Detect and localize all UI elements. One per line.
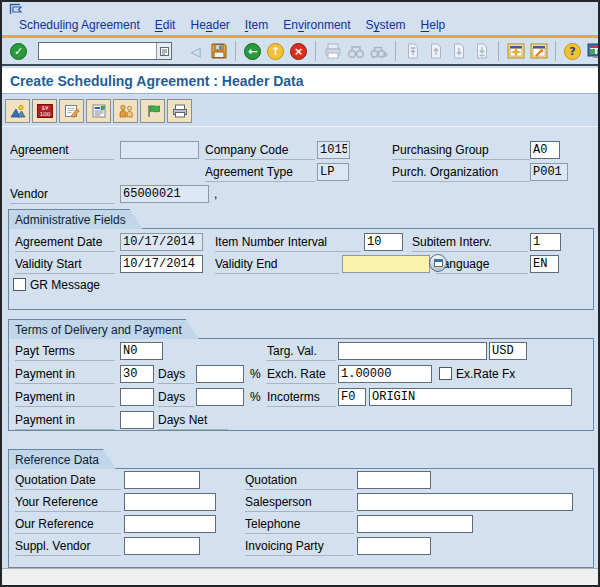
print-button[interactable]	[321, 40, 344, 62]
matchcode-button[interactable]	[429, 254, 447, 272]
help-button[interactable]: ?	[561, 40, 584, 62]
payt-terms-field[interactable]	[120, 342, 163, 360]
invoicing-party-field[interactable]	[357, 537, 431, 555]
find-next-button[interactable]	[367, 40, 390, 62]
customize-layout-button[interactable]	[584, 40, 600, 62]
memo-button[interactable]	[59, 99, 84, 123]
quotation-date-field[interactable]	[124, 471, 200, 489]
enter-button[interactable]: ✓	[7, 40, 30, 62]
purch-organization-field[interactable]	[530, 163, 568, 181]
previous-item-button[interactable]: ◁	[184, 40, 207, 62]
salesperson-field[interactable]	[357, 493, 573, 511]
invoicing-party-label: Invoicing Party	[245, 539, 354, 556]
payment-in-1-days-field[interactable]	[120, 365, 154, 383]
create-shortcut-button[interactable]	[527, 40, 550, 62]
our-reference-field[interactable]	[124, 515, 216, 533]
payment-in-3-days-field[interactable]	[120, 411, 154, 429]
days-2-label: Days	[158, 390, 194, 407]
flag-icon	[145, 104, 161, 118]
agreement-label: Agreement	[10, 143, 114, 160]
exch-rate-field[interactable]	[338, 365, 432, 383]
salesperson-label: Salesperson	[245, 495, 354, 512]
system-menu-icon[interactable]	[9, 3, 25, 15]
agreement-type-label: Agreement Type	[205, 165, 315, 182]
suppl-vendor-field[interactable]	[124, 537, 200, 555]
next-page-button[interactable]	[447, 40, 470, 62]
toolbar-separator	[235, 41, 236, 61]
validity-end-field[interactable]	[342, 255, 430, 273]
your-reference-field[interactable]	[124, 493, 216, 511]
command-field-wrap	[38, 42, 172, 60]
menu-help[interactable]: Help	[421, 18, 446, 32]
prices-100-icon: $¥ 100	[37, 104, 53, 118]
our-reference-label: Our Reference	[15, 517, 121, 534]
gr-message-checkbox[interactable]	[13, 278, 26, 291]
menu-header[interactable]: Header	[190, 18, 229, 32]
menu-scheduling-agreement[interactable]: Scheduling Agreement	[19, 18, 140, 32]
printer-icon	[172, 104, 188, 118]
agreement-date-label: Agreement Date	[15, 235, 115, 252]
menu-environment[interactable]: Environment	[283, 18, 350, 32]
save-floppy-icon	[210, 42, 228, 60]
toolbar-separator	[395, 41, 396, 61]
back-button[interactable]: ←	[241, 40, 264, 62]
vendor-field[interactable]	[120, 185, 209, 203]
purchasing-group-field[interactable]	[530, 141, 560, 159]
your-reference-label: Your Reference	[15, 495, 121, 512]
quotation-label: Quotation	[245, 473, 354, 490]
item-number-interval-field[interactable]	[364, 233, 403, 251]
company-code-field[interactable]	[317, 141, 350, 159]
find-button[interactable]	[344, 40, 367, 62]
menu-edit[interactable]: Edit	[155, 18, 176, 32]
ex-rate-fx-checkbox[interactable]	[439, 367, 452, 380]
suppl-vendor-label: Suppl. Vendor	[15, 539, 121, 556]
enter-check-icon: ✓	[10, 43, 27, 60]
menu-system[interactable]: System	[366, 18, 406, 32]
prices-button[interactable]: $¥ 100	[32, 99, 57, 123]
menu-item[interactable]: Item	[245, 18, 268, 32]
mountain-sun-icon	[10, 104, 26, 118]
next-page-icon	[452, 43, 466, 59]
payment-in-2-label: Payment in	[15, 390, 115, 407]
last-page-button[interactable]	[470, 40, 493, 62]
first-page-button[interactable]	[401, 40, 424, 62]
command-list-icon[interactable]	[156, 43, 171, 59]
telephone-label: Telephone	[245, 517, 354, 534]
validity-end-label: Validity End	[215, 257, 339, 274]
quotation-field[interactable]	[357, 471, 431, 489]
incoterms-key-field[interactable]	[338, 388, 366, 406]
texts-button[interactable]	[86, 99, 111, 123]
quotation-date-label: Quotation Date	[15, 473, 121, 490]
payment-in-2-days-field[interactable]	[120, 388, 154, 406]
language-field[interactable]	[530, 255, 559, 273]
system-strip	[2, 2, 598, 16]
text-document-icon	[91, 104, 107, 118]
previous-page-button[interactable]	[424, 40, 447, 62]
payment-in-1-label: Payment in	[15, 367, 115, 384]
vendor-label: Vendor	[10, 187, 114, 204]
currency-field[interactable]	[489, 342, 527, 360]
incoterms-text-field[interactable]	[369, 388, 572, 406]
agreement-type-field[interactable]	[317, 163, 349, 181]
agreement-field[interactable]	[120, 141, 199, 159]
command-field[interactable]	[39, 43, 156, 59]
print-preview-button[interactable]	[167, 99, 192, 123]
targ-val-field[interactable]	[338, 342, 487, 360]
percent-1-field[interactable]	[196, 365, 244, 383]
cancel-button[interactable]: ×	[287, 40, 310, 62]
overview-button[interactable]	[5, 99, 30, 123]
percent-1-sign: %	[250, 367, 261, 381]
new-session-button[interactable]	[504, 40, 527, 62]
validity-start-field[interactable]	[120, 255, 203, 273]
subitem-interval-field[interactable]	[530, 233, 561, 251]
telephone-field[interactable]	[357, 515, 473, 533]
agreement-date-field[interactable]	[120, 233, 203, 251]
exit-button[interactable]: ↑	[264, 40, 287, 62]
release-button[interactable]	[140, 99, 165, 123]
language-label: Language	[436, 257, 528, 274]
percent-2-sign: %	[250, 390, 261, 404]
save-button[interactable]	[207, 40, 230, 62]
days-1-label: Days	[158, 367, 194, 384]
percent-2-field[interactable]	[196, 388, 244, 406]
partners-button[interactable]	[113, 99, 138, 123]
